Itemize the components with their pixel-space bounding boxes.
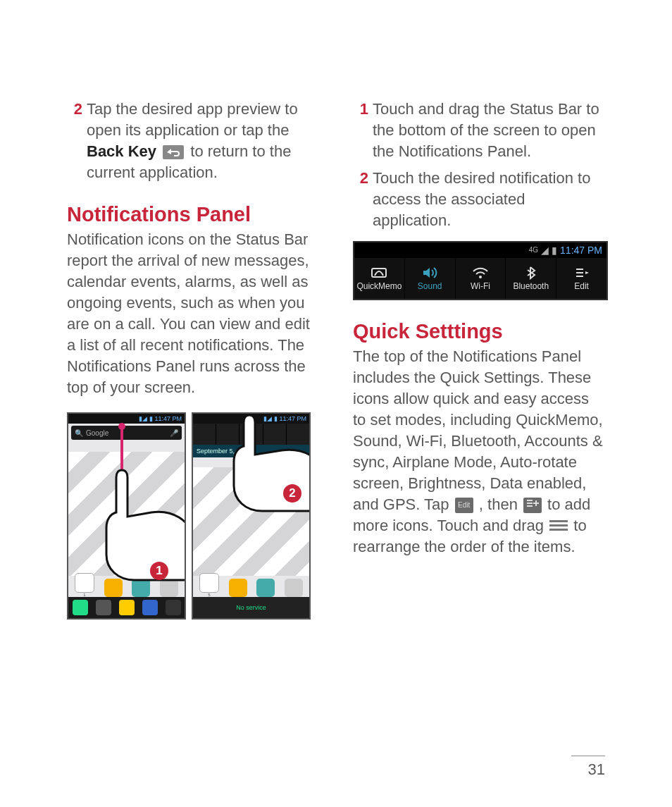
screenshot-2: ▮◢ ▮ 11:47 PM September 5, 2012 5 No ser… <box>192 412 311 620</box>
step-body: Touch the desired notification to access… <box>373 168 605 231</box>
callout-1: 1 <box>150 562 168 580</box>
step-body: Touch and drag the Status Bar to the bot… <box>373 99 605 162</box>
heading-notifications-panel: Notifications Panel <box>67 203 319 226</box>
qs-item-bluetooth: Bluetooth <box>506 258 556 299</box>
add-icon <box>523 498 542 513</box>
heading-quick-settings: Quick Setttings <box>353 320 605 343</box>
messaging-icon <box>119 600 135 615</box>
browser-icon <box>142 600 158 615</box>
drag-arrow-icon <box>115 422 129 495</box>
app-icon <box>132 579 150 597</box>
dock <box>68 597 185 618</box>
battery-icon: ▮ <box>552 242 557 258</box>
step-number: 2 <box>67 99 82 183</box>
contacts-icon <box>96 600 111 615</box>
qs-item-quickmemo: QuickMemo <box>354 258 405 299</box>
left-column: 2 Tap the desired app preview to open it… <box>67 99 319 620</box>
statusbar: 4G ◢ ▮ 11:47 PM <box>354 242 606 258</box>
qs-item-wi-fi: Wi-Fi <box>456 258 506 299</box>
right-step-2: 2 Touch the desired notification to acce… <box>353 168 605 231</box>
notifications-paragraph: Notification icons on the Status Bar rep… <box>67 229 319 398</box>
app-icon <box>104 579 123 597</box>
statusbar: ▮◢ ▮ 11:47 PM <box>193 414 309 424</box>
columns: 2 Tap the desired app preview to open it… <box>67 99 605 620</box>
edit-icon <box>573 266 590 280</box>
step-text-a: Tap the desired app preview to open its … <box>87 100 298 139</box>
back-key-icon <box>163 145 184 159</box>
screenshot-row: ▮◢ ▮ 11:47 PM 🔍Google🎤 1 <box>67 412 319 620</box>
callout-2: 2 <box>283 484 301 503</box>
dock: No service <box>193 597 309 618</box>
right-column: 1 Touch and drag the Status Bar to the b… <box>353 99 605 620</box>
left-step-2: 2 Tap the desired app preview to open it… <box>67 99 319 183</box>
step-body: Tap the desired app preview to open its … <box>87 99 319 183</box>
date-bar: September 5, 2012 <box>193 445 309 457</box>
4g-icon: 4G <box>529 242 538 258</box>
memo-icon <box>371 266 387 280</box>
right-step-1: 1 Touch and drag the Status Bar to the b… <box>353 99 605 162</box>
no-service-label: No service <box>236 604 266 611</box>
step-number: 2 <box>353 168 368 231</box>
time: 11:47 PM <box>560 242 602 258</box>
edit-button-icon: Edit <box>455 498 473 513</box>
quick-settings-row: QuickMemoSoundWi-FiBluetoothEdit <box>354 258 606 299</box>
search-placeholder: Google <box>86 429 108 437</box>
phone-icon <box>73 600 88 615</box>
signal-icon: ◢ <box>541 242 549 258</box>
qs-label: Bluetooth <box>513 281 549 291</box>
quick-settings-screenshot: 4G ◢ ▮ 11:47 PM QuickMemoSoundWi-FiBluet… <box>353 241 608 300</box>
step-number: 1 <box>353 99 368 162</box>
time: 11:47 PM <box>279 415 306 422</box>
page-rule <box>571 756 605 756</box>
app-row: 1 <box>68 573 185 597</box>
app-icon: 1 <box>75 573 94 597</box>
svg-point-4 <box>479 276 482 278</box>
qs-label: QuickMemo <box>356 281 402 291</box>
drag-handle-icon <box>549 520 568 533</box>
apps-icon <box>166 600 181 615</box>
app-icon <box>256 579 275 597</box>
signal-icon: ▮◢ ▮ <box>139 415 153 422</box>
bt-icon <box>523 266 540 280</box>
qs-text-a: The top of the Notifications Panel inclu… <box>353 347 603 513</box>
qs-item-edit: Edit <box>556 258 606 299</box>
app-icon: 5 <box>199 573 219 597</box>
app-icon <box>229 579 247 597</box>
mic-icon: 🎤 <box>170 429 178 437</box>
screenshot-1: ▮◢ ▮ 11:47 PM 🔍Google🎤 1 <box>67 412 186 620</box>
qs-label: Sound <box>418 281 442 291</box>
wifi-icon <box>472 266 489 280</box>
quick-settings-mini <box>193 424 309 445</box>
search-icon: 🔍 <box>75 429 83 437</box>
svg-marker-8 <box>585 271 589 274</box>
quick-settings-paragraph: The top of the Notifications Panel inclu… <box>353 346 605 557</box>
page-number: 31 <box>588 760 605 779</box>
svg-rect-3 <box>372 269 386 277</box>
manual-page: 2 Tap the desired app preview to open it… <box>0 0 672 807</box>
app-row: 5 <box>193 573 309 597</box>
qs-item-sound: Sound <box>405 258 456 299</box>
qs-label: Edit <box>574 281 589 291</box>
back-key-label: Back Key <box>87 142 156 160</box>
qs-text-b: , then <box>479 495 522 513</box>
app-icon <box>160 579 178 597</box>
signal-icon: ▮◢ ▮ <box>263 415 278 422</box>
qs-label: Wi-Fi <box>471 281 490 291</box>
time: 11:47 PM <box>154 415 182 422</box>
app-icon <box>285 579 303 597</box>
home-screen: September 5, 2012 5 No service <box>193 424 309 618</box>
svg-marker-2 <box>116 481 127 491</box>
sound-icon <box>421 266 438 280</box>
